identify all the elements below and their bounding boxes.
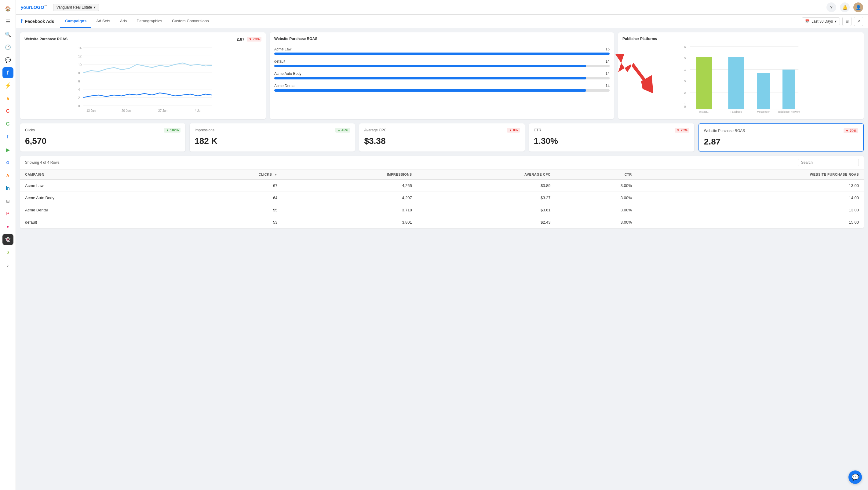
- data-table: CAMPAIGN CLICKS ▼ IMPRESSIONS AVERAGE CP…: [20, 170, 864, 228]
- svg-text:4: 4: [684, 68, 686, 71]
- bar-fill-0: [274, 53, 610, 55]
- main-area: yourLOGO™ Vanguard Real Estate ▾ ? 🔔 👤 f…: [16, 0, 868, 490]
- publisher-chart-header: Publisher Platforms: [622, 37, 860, 41]
- sidebar-item-fb2[interactable]: f: [2, 131, 13, 142]
- metric-badge-impressions: ▲ 45%: [335, 128, 350, 132]
- cell-clicks-1: 64: [171, 192, 282, 204]
- cell-cpc-2: $3.61: [417, 204, 556, 216]
- sidebar-item-microsoft[interactable]: ⊞: [2, 195, 13, 207]
- cell-ctr-2: 3.00%: [555, 204, 637, 216]
- bar-value-2: 14: [606, 71, 610, 76]
- sidebar-item-history[interactable]: 🕐: [2, 41, 13, 53]
- sidebar-item-ga[interactable]: A: [2, 170, 13, 181]
- line-chart-svg: 14 12 10 8 6 4 2 0: [25, 44, 261, 115]
- bar-track-2: [274, 77, 610, 80]
- line-chart-header: Website Purchase ROAS 2.87 ▼ 70%: [25, 37, 261, 41]
- svg-text:4 Jul: 4 Jul: [194, 109, 201, 113]
- tab-custom-conversions[interactable]: Custom Conversions: [167, 15, 214, 28]
- sidebar-item-snapchat[interactable]: 👻: [2, 234, 13, 245]
- sidebar-item-pinterest[interactable]: P: [2, 208, 13, 219]
- date-filter-button[interactable]: 📅 Last 30 Days ▾: [802, 18, 840, 25]
- svg-text:20 Jun: 20 Jun: [122, 109, 131, 113]
- metric-header-roas: Website Purchase ROAS ▼ 70%: [704, 128, 858, 133]
- bar-list: Acme Law 15 default 14: [274, 47, 610, 92]
- table-row: Acme Dental 55 3,718 $3.61 3.00% 13.00: [20, 204, 864, 216]
- svg-text:6: 6: [78, 80, 80, 83]
- bar-audience: [782, 70, 795, 110]
- metric-name-impressions: Impressions: [194, 128, 214, 132]
- bar-value-0: 15: [606, 47, 610, 51]
- cell-roas-0: 13.00: [637, 180, 864, 192]
- sidebar-item-tiktok[interactable]: ♪: [2, 260, 13, 271]
- table-row: Acme Auto Body 64 4,207 $3.27 3.00% 14.0…: [20, 192, 864, 204]
- cell-clicks-0: 67: [171, 180, 282, 192]
- cell-campaign-2: Acme Dental: [20, 204, 171, 216]
- svg-text:14: 14: [78, 47, 82, 50]
- table-row: Acme Law 67 4,265 $3.89 3.00% 13.00: [20, 180, 864, 192]
- cell-cpc-3: $2.43: [417, 216, 556, 228]
- help-button[interactable]: ?: [827, 2, 836, 12]
- sidebar-item-chat[interactable]: 💬: [2, 54, 13, 65]
- table-top: Showing 4 of 4 Rows: [20, 156, 864, 170]
- sidebar-item-dotcom[interactable]: ●: [2, 221, 13, 232]
- metric-name-clicks: Clicks: [25, 128, 35, 132]
- content: Website Purchase ROAS 2.87 ▼ 70% 14 12 1…: [16, 28, 868, 490]
- user-avatar[interactable]: 👤: [853, 2, 863, 12]
- cell-clicks-3: 53: [171, 216, 282, 228]
- sidebar-item-google[interactable]: G: [2, 157, 13, 168]
- sidebar-item-play[interactable]: ▶: [2, 144, 13, 155]
- notifications-button[interactable]: 🔔: [840, 2, 850, 12]
- metric-value-ctr: 1.30%: [534, 136, 689, 146]
- tab-demographics[interactable]: Demographics: [132, 15, 167, 28]
- tab-campaigns[interactable]: Campaigns: [60, 15, 91, 28]
- col-header-ctr: CTR: [555, 170, 637, 180]
- page-title: Facebook Ads: [25, 19, 54, 24]
- svg-text:8: 8: [78, 71, 80, 75]
- share-button[interactable]: ↗: [854, 17, 863, 26]
- sidebar-item-c2[interactable]: C: [2, 119, 13, 129]
- metric-value-cpc: $3.38: [364, 136, 520, 146]
- publisher-chart-card: Publisher Platforms 6 5 4 3 2 1 0: [618, 32, 864, 119]
- tab-ads[interactable]: Ads: [115, 15, 132, 28]
- bar-label-3: Acme Dental: [274, 84, 295, 88]
- cell-roas-1: 14.00: [637, 192, 864, 204]
- bar-fill-1: [274, 65, 586, 67]
- columns-button[interactable]: ⊞: [842, 17, 851, 26]
- col-header-clicks[interactable]: CLICKS ▼: [171, 170, 282, 180]
- sidebar-item-search[interactable]: 🔍: [2, 29, 13, 40]
- bar-track-1: [274, 65, 610, 67]
- logo: yourLOGO™: [21, 5, 47, 10]
- svg-text:4: 4: [78, 88, 80, 91]
- top-header: yourLOGO™ Vanguard Real Estate ▾ ? 🔔 👤: [16, 0, 868, 15]
- sidebar-item-menu[interactable]: ☰: [2, 16, 13, 27]
- workspace-selector[interactable]: Vanguard Real Estate ▾: [53, 4, 99, 11]
- sidebar-item-c1[interactable]: C: [2, 106, 13, 117]
- charts-row: Website Purchase ROAS 2.87 ▼ 70% 14 12 1…: [20, 32, 864, 119]
- cell-impressions-3: 3,801: [282, 216, 416, 228]
- cell-ctr-3: 3.00%: [555, 216, 637, 228]
- svg-text:3: 3: [684, 80, 686, 83]
- metric-card-ctr: CTR ▼ 73% 1.30%: [529, 123, 694, 152]
- cell-campaign-3: default: [20, 216, 171, 228]
- tab-adsets[interactable]: Ad Sets: [91, 15, 115, 28]
- sidebar-item-linkedin[interactable]: in: [2, 183, 13, 194]
- table-search-input[interactable]: [798, 159, 859, 166]
- facebook-icon: f: [21, 18, 23, 25]
- bar-label-2: Acme Auto Body: [274, 71, 302, 76]
- nav-tabs: Campaigns Ad Sets Ads Demographics Custo…: [60, 15, 214, 28]
- sidebar-item-shopify[interactable]: S: [2, 247, 13, 258]
- sidebar-item-home[interactable]: 🏠: [2, 3, 13, 14]
- metric-header-impressions: Impressions ▲ 45%: [194, 128, 350, 132]
- svg-text:6: 6: [684, 45, 686, 49]
- metrics-row: Clicks ▲ 102% 6,570 Impressions ▲ 45% 18…: [20, 123, 864, 152]
- bar-track-3: [274, 89, 610, 92]
- bar-value-1: 14: [606, 59, 610, 64]
- metric-card-roas: Website Purchase ROAS ▼ 70% 2.87: [699, 123, 864, 152]
- bar-messenger: [757, 73, 770, 109]
- sidebar-item-amazon[interactable]: a: [2, 93, 13, 104]
- sidebar-item-dashclicks[interactable]: ⚡: [2, 80, 13, 91]
- logo-brand: LOGO: [31, 5, 44, 10]
- sidebar-item-facebook[interactable]: f: [2, 67, 13, 78]
- logo-tm: ™: [44, 5, 47, 8]
- chat-bubble[interactable]: 💬: [848, 470, 862, 484]
